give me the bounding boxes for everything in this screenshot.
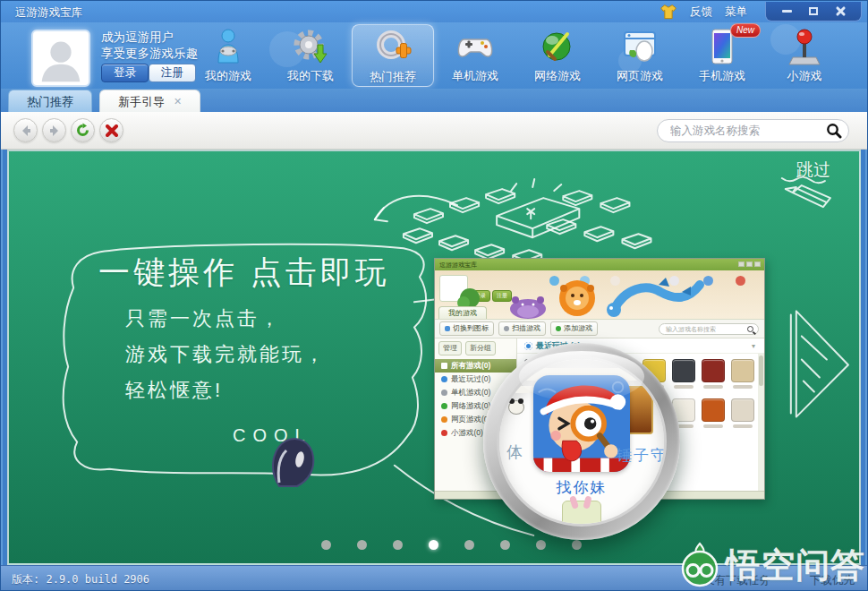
board-headline: 一键操作 点击即玩	[98, 252, 390, 294]
nav-item-my-games[interactable]: 我的游戏	[187, 24, 269, 87]
back-button[interactable]	[13, 118, 38, 142]
mini-titlebar: 逗游游戏宝库	[435, 259, 764, 270]
board-line-2: 游戏下载完就能玩，	[125, 341, 327, 368]
mini-toolbar: 切换到图标 扫描游戏 添加游戏 输入游戏名称搜索	[435, 319, 764, 338]
dragon-icon	[607, 274, 714, 317]
board-line-1: 只需一次点击，	[125, 305, 282, 332]
carousel-dots	[321, 540, 582, 550]
carousel-dot-5[interactable]	[464, 540, 474, 550]
login-button[interactable]: 登录	[101, 64, 149, 82]
tab-bar: 热门推荐 新手引导 ✕	[1, 89, 867, 112]
search-area	[657, 119, 849, 142]
feedback-link[interactable]: 反馈	[690, 4, 712, 20]
tab-newbie-guide[interactable]: 新手引导 ✕	[99, 90, 200, 112]
gift-shirt-icon[interactable]	[660, 4, 677, 20]
recent-played-icon	[524, 342, 532, 350]
close-button[interactable]	[827, 4, 854, 18]
tab-close-icon[interactable]: ✕	[174, 90, 182, 113]
nav-item-mobile-games[interactable]: New 手机游戏	[681, 24, 763, 87]
carousel-dot-3[interactable]	[393, 540, 403, 550]
browser-toolbar	[1, 112, 867, 150]
lion-icon	[557, 278, 598, 319]
version-label: 版本: 2.9.0 build 2906	[12, 572, 149, 587]
forward-button[interactable]	[42, 118, 66, 142]
maximize-button[interactable]	[800, 4, 827, 18]
monster-game-icon	[562, 501, 601, 527]
mini-header: 登录 注册 我的游戏	[435, 270, 764, 319]
menu-link[interactable]: 菜单	[725, 4, 747, 20]
app-window: 逗游游戏宝库 反馈 菜单 成为逗游用户 享受更多游戏乐趣 登	[0, 0, 868, 591]
hot-recommend-icon	[372, 28, 413, 67]
partial-text-left: 体	[506, 441, 523, 463]
mini-game-tile	[702, 359, 725, 382]
download-status: 没有下载任务	[703, 573, 770, 588]
panda-icon	[508, 400, 524, 415]
penguin-doodle	[252, 434, 328, 492]
mini-game-tile	[672, 359, 695, 382]
my-games-icon	[208, 27, 249, 66]
mini-game-tile	[731, 359, 754, 382]
search-input[interactable]	[657, 119, 849, 142]
minimize-button[interactable]	[773, 4, 800, 18]
mini-sidebar-item: 所有游戏(0)	[435, 359, 516, 373]
online-games-icon	[537, 27, 578, 66]
hippo-icon	[508, 296, 548, 319]
main-header: 成为逗游用户 享受更多游戏乐趣 登录 注册 我的游戏 我的下载	[1, 22, 867, 89]
magnifier-glass: 体	[497, 356, 667, 527]
game-label: 找你妹	[499, 477, 664, 498]
guide-board: 跳过 一键操作 点击即玩 只需一次点击， 游戏下载完就能玩， 轻松惬意! COO…	[7, 150, 861, 565]
mini-game-tile	[702, 398, 725, 422]
mini-tab-my-games: 我的游戏	[438, 306, 487, 319]
download-priority[interactable]: 下载优先	[810, 573, 855, 588]
window-title: 逗游游戏宝库	[15, 5, 82, 21]
standalone-games-icon	[455, 27, 496, 66]
chevron-down-icon: ▾	[752, 342, 755, 350]
mini-search-input: 输入游戏名称搜索	[659, 323, 759, 335]
titlebar: 逗游游戏宝库 反馈 菜单	[1, 1, 867, 22]
partial-text-right: 锤子守	[617, 445, 667, 466]
board-line-3: 轻松惬意!	[125, 377, 223, 404]
avatar[interactable]	[31, 30, 90, 87]
nav-item-my-downloads[interactable]: 我的下载	[269, 24, 352, 87]
nav-item-web-games[interactable]: 网页游戏	[599, 24, 681, 87]
refresh-button[interactable]	[71, 118, 95, 142]
carousel-dot-1[interactable]	[321, 540, 331, 550]
magnifier: 体	[483, 343, 680, 540]
nav-item-standalone-games[interactable]: 单机游戏	[434, 24, 516, 87]
promo-text: 成为逗游用户 享受更多游戏乐趣	[101, 30, 198, 62]
web-games-icon	[619, 27, 660, 66]
carousel-dot-2[interactable]	[357, 540, 367, 550]
mini-games-icon	[784, 27, 825, 66]
mini-game-tile	[731, 398, 754, 422]
zhaonimei-game-icon	[533, 375, 630, 472]
carousel-dot-7[interactable]	[536, 540, 546, 550]
carousel-dot-6[interactable]	[500, 540, 510, 550]
search-icon[interactable]	[826, 123, 842, 139]
my-downloads-icon	[290, 27, 331, 66]
carousel-dot-4[interactable]	[429, 540, 438, 550]
new-badge: New	[730, 23, 761, 38]
status-bar: 版本: 2.9.0 build 2906 没有下载任务 下载优先	[1, 565, 867, 591]
carousel-dot-8[interactable]	[572, 540, 582, 550]
skip-link[interactable]: 跳过	[796, 158, 830, 182]
mini-scrollbar	[758, 354, 764, 491]
nav-item-online-games[interactable]: 网络游戏	[516, 24, 599, 87]
nav-item-mini-games[interactable]: 小游戏	[763, 24, 846, 87]
stop-button[interactable]	[99, 118, 123, 142]
nav-item-hot-recommend[interactable]: 热门推荐	[352, 24, 434, 87]
main-nav: 我的游戏 我的下载 热门推荐 单机游戏	[187, 24, 864, 89]
tab-hot-recommend[interactable]: 热门推荐	[8, 90, 92, 112]
window-controls	[765, 2, 862, 21]
